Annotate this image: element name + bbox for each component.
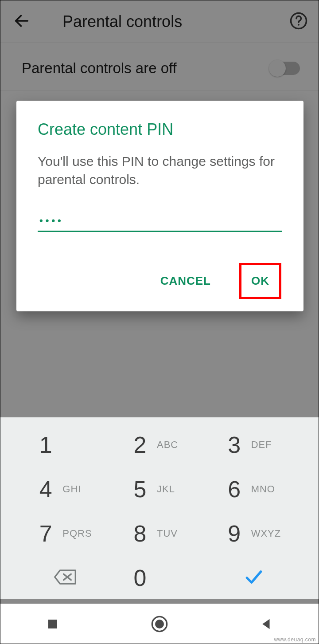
key-9[interactable]: 9 WXYZ [206,511,301,556]
nav-back-icon[interactable] [260,617,273,631]
cancel-button[interactable]: CANCEL [152,268,220,294]
key-backspace[interactable] [18,556,113,600]
create-pin-dialog: Create content PIN You'll use this PIN t… [16,101,303,311]
key-6[interactable]: 6 MNO [206,467,301,511]
key-3[interactable]: 3 DEF [206,423,301,467]
key-2[interactable]: 2 ABC [113,423,207,467]
key-4[interactable]: 4 GHI [18,467,113,511]
key-confirm[interactable] [206,556,301,600]
key-1[interactable]: 1 [18,423,113,467]
pin-input[interactable]: •••• [38,209,282,232]
dialog-actions: CANCEL OK [38,263,282,299]
nav-home-icon[interactable] [151,615,168,633]
check-icon [243,568,265,588]
svg-marker-8 [262,619,269,629]
key-0[interactable]: 0 [113,556,207,600]
key-7[interactable]: 7 PQRS [18,511,113,556]
backspace-icon [53,568,77,588]
key-5[interactable]: 5 JKL [113,467,207,511]
key-8[interactable]: 8 TUV [113,511,207,556]
ok-button[interactable]: OK [239,263,281,299]
numeric-keypad: 1 2 ABC 3 DEF 4 GHI 5 JKL 6 MNO [0,417,319,599]
svg-point-7 [155,620,164,628]
nav-recent-icon[interactable] [46,617,59,631]
watermark: www.deuaq.com [274,636,316,643]
dialog-body: You'll use this PIN to change settings f… [38,152,282,189]
android-navbar [0,604,319,644]
svg-rect-5 [48,620,57,628]
pin-mask: •••• [39,215,64,226]
dialog-title: Create content PIN [38,120,282,139]
